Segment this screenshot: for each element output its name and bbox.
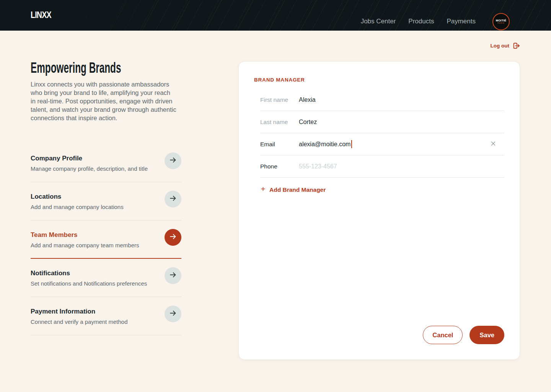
sidebar-item-team-members[interactable]: Team Members Add and manage company team… (31, 220, 181, 259)
arrow-right-icon (169, 309, 177, 318)
email-value: alexia@moitie.com (299, 141, 350, 148)
arrow-right-icon (169, 156, 177, 165)
settings-section-list: Company Profile Manage company profile, … (31, 144, 181, 335)
field-row-phone: Phone 555-123-4567 (260, 155, 504, 178)
card-heading: BRAND MANAGER (254, 77, 504, 83)
email-clear-button[interactable] (490, 140, 497, 148)
section-text: Payment Information Connect and verify a… (31, 307, 127, 326)
section-description: Set notifications and Notifications pref… (31, 280, 147, 287)
text-caret (351, 140, 352, 148)
sidebar-item-payment-information[interactable]: Payment Information Connect and verify a… (31, 297, 181, 335)
page-title: Empowering Brands (31, 60, 127, 76)
team-members-arrow-button[interactable] (165, 229, 181, 246)
section-title: Locations (31, 192, 124, 201)
field-row-last-name: Last name Cortez (260, 111, 504, 133)
logout-icon (512, 42, 520, 50)
phone-placeholder: 555-123-4567 (299, 163, 337, 170)
notifications-arrow-button[interactable] (165, 267, 181, 284)
first-name-label: First name (260, 95, 299, 105)
arrow-right-icon (169, 271, 177, 280)
first-name-value: Alexia (299, 96, 316, 103)
section-description: Add and manage company locations (31, 203, 124, 211)
section-text: Team Members Add and manage company team… (31, 230, 139, 249)
payment-information-arrow-button[interactable] (165, 305, 181, 322)
avatar[interactable]: MOITIÉ PARIS (492, 13, 510, 30)
email-input[interactable]: alexia@moitie.com (299, 139, 490, 149)
email-label: Email (260, 139, 299, 149)
last-name-value: Cortez (299, 119, 317, 126)
last-name-label: Last name (260, 117, 299, 127)
section-title: Team Members (31, 230, 139, 240)
last-name-input[interactable]: Cortez (299, 117, 497, 127)
arrow-right-icon (169, 232, 177, 242)
logout-label: Log out (491, 43, 509, 49)
avatar-brand-city: PARIS (497, 22, 504, 24)
field-row-email: Email alexia@moitie.com (260, 133, 504, 155)
intro-section: Empowering Brands Linxx connects you wit… (31, 60, 181, 335)
section-title: Company Profile (31, 154, 148, 163)
logout-link[interactable]: Log out (491, 42, 520, 50)
app-logo[interactable]: LINXX (31, 10, 51, 20)
nav-products[interactable]: Products (408, 18, 434, 25)
phone-label: Phone (260, 161, 299, 172)
add-brand-manager-link[interactable]: Add Brand Manager (260, 186, 326, 193)
section-text: Locations Add and manage company locatio… (31, 192, 124, 211)
first-name-input[interactable]: Alexia (299, 95, 497, 105)
phone-input[interactable]: 555-123-4567 (299, 161, 497, 172)
section-text: Company Profile Manage company profile, … (31, 154, 148, 173)
cancel-button[interactable]: Cancel (423, 326, 463, 344)
section-title: Notifications (31, 269, 147, 278)
section-text: Notifications Set notifications and Noti… (31, 269, 147, 287)
field-row-first-name: First name Alexia (260, 89, 504, 111)
locations-arrow-button[interactable] (165, 191, 181, 207)
brand-manager-form: First name Alexia Last name Cortez Email… (260, 89, 504, 178)
sidebar-item-company-profile[interactable]: Company Profile Manage company profile, … (31, 144, 181, 182)
page-description: Linxx connects you with passionate ambas… (31, 80, 177, 122)
sidebar-item-locations[interactable]: Locations Add and manage company locatio… (31, 182, 181, 220)
close-icon (490, 140, 497, 148)
avatar-brand-name: MOITIÉ (496, 19, 507, 22)
save-button[interactable]: Save (469, 326, 504, 344)
brand-manager-card: BRAND MANAGER First name Alexia Last nam… (238, 61, 520, 360)
sidebar-item-notifications[interactable]: Notifications Set notifications and Noti… (31, 259, 181, 297)
form-actions: Cancel Save (254, 326, 504, 344)
company-profile-arrow-button[interactable] (165, 152, 181, 169)
arrow-right-icon (169, 194, 177, 204)
section-title: Payment Information (31, 307, 127, 316)
header-nav: Jobs Center Products Payments MOITIÉ PAR… (361, 13, 510, 30)
nav-payments[interactable]: Payments (447, 18, 476, 25)
app-header: LINXX Jobs Center Products Payments MOIT… (0, 0, 551, 31)
plus-icon (260, 186, 266, 193)
section-description: Add and manage company team members (31, 242, 139, 249)
add-brand-manager-label: Add Brand Manager (269, 186, 326, 193)
nav-jobs-center[interactable]: Jobs Center (361, 18, 396, 25)
section-description: Connect and verify a payment method (31, 318, 127, 326)
section-description: Manage company profile, description, and… (31, 165, 148, 173)
